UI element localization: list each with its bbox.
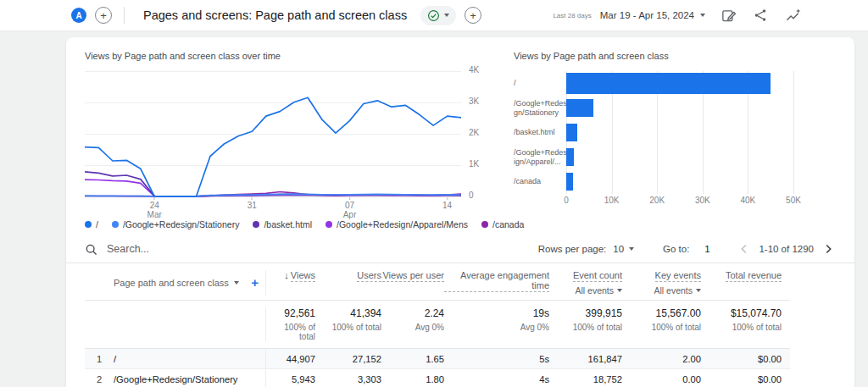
chevron-down-icon <box>444 14 449 17</box>
line-series <box>85 97 461 196</box>
line-chart-title: Views by Page path and screen class over… <box>85 51 490 61</box>
bar-row <box>566 145 793 169</box>
legend-dot-icon <box>481 221 488 228</box>
divider <box>124 7 125 24</box>
chevron-down-icon <box>629 247 634 251</box>
bar-category-label: /canada <box>514 169 566 194</box>
x-axis-tick: 30K <box>695 196 710 205</box>
views-cell: 5,943 <box>266 374 315 384</box>
report-status-badge[interactable] <box>420 6 456 25</box>
views-cell: 44,907 <box>266 354 315 364</box>
search-input[interactable] <box>107 243 378 255</box>
event-count-cell: 18,752 <box>549 374 622 384</box>
next-page-button[interactable] <box>821 241 836 257</box>
bar-category-label: /Google+Redesign/Stationery <box>514 96 566 120</box>
column-header-total-revenue[interactable]: Total revenue <box>701 270 782 282</box>
legend-dot-icon <box>253 221 259 228</box>
date-range-value: Mar 19 - Apr 15, 2024 <box>600 10 694 20</box>
line-chart-svg <box>85 71 461 200</box>
bar <box>566 148 574 166</box>
data-table: Page path and screen class + ↓Views User… <box>85 263 790 387</box>
column-header-event-count[interactable]: Event count All events <box>549 270 622 296</box>
column-header-views[interactable]: ↓Views <box>266 270 315 282</box>
bar <box>566 99 593 117</box>
pagination-range: 1-10 of 1290 <box>759 244 814 254</box>
goto-page-input[interactable] <box>696 244 718 254</box>
insights-icon <box>785 8 801 24</box>
legend-label: /basket.html <box>264 219 312 229</box>
key-events-cell: 0.00 <box>622 374 701 384</box>
legend-dot-icon <box>326 221 332 228</box>
legend-label: /Google+Redesign/Apparel/Mens <box>337 219 468 229</box>
goto-label: Go to: <box>663 244 689 254</box>
edit-report-icon <box>721 8 737 24</box>
views-per-user-cell: 1.65 <box>381 354 444 364</box>
users-cell: 3,303 <box>315 374 381 384</box>
column-header-users[interactable]: Users <box>315 270 381 282</box>
date-preset-label: Last 28 days <box>553 12 591 19</box>
column-header-key-events[interactable]: Key events All events <box>622 270 701 296</box>
report-card: Views by Page path and screen class over… <box>66 37 854 387</box>
avg-engagement-time-cell: 5s <box>444 354 549 364</box>
add-comparison-button[interactable]: + <box>95 7 112 24</box>
table-totals-row: 92,561100% of total 41,394100% of total … <box>85 301 790 349</box>
line-chart-x-axis: 24Mar3107Apr14 <box>85 197 461 218</box>
rows-per-page-select[interactable]: 10 <box>613 244 634 254</box>
rows-per-page-value: 10 <box>613 244 624 254</box>
table-row: 1/44,90727,1521.655s161,8472.00$0.00 <box>85 349 790 369</box>
bar-chart-title: Views by Page path and screen class <box>514 51 793 61</box>
search-icon <box>85 243 97 256</box>
x-axis-tick: 24Mar <box>147 197 162 219</box>
page-path-cell: / <box>114 349 266 368</box>
x-axis-tick: 07Apr <box>343 197 357 219</box>
insights-button[interactable] <box>783 6 802 25</box>
x-axis-tick: 10K <box>604 196 620 205</box>
previous-page-button[interactable] <box>737 241 752 257</box>
bar-category-label: / <box>514 71 566 96</box>
dimension-header-label: Page path and screen class <box>114 278 229 288</box>
legend-dot-icon <box>85 221 92 228</box>
x-axis-tick: 50K <box>786 196 801 205</box>
table-body: 1/44,90727,1521.655s161,8472.00$0.002/Go… <box>85 349 790 387</box>
table-row: 2/Google+Redesign/Stationery5,9433,3031.… <box>85 369 790 387</box>
totals-views-per-user: 2.24 <box>381 307 444 319</box>
row-index: 1 <box>85 354 114 364</box>
avatar[interactable]: A <box>71 8 86 23</box>
bar <box>566 173 573 191</box>
bar-chart-value-axis: 010K20K30K40K50K <box>566 196 793 207</box>
chevron-down-icon <box>696 289 701 292</box>
key-events-filter[interactable]: All events <box>622 285 701 296</box>
legend-item: /Google+Redesign/Apparel/Mens <box>326 219 468 229</box>
chevron-down-icon <box>700 14 705 17</box>
bar-row <box>566 71 793 96</box>
total-revenue-cell: $0.00 <box>701 374 782 384</box>
event-count-filter[interactable]: All events <box>549 285 622 296</box>
legend-label: / <box>96 219 98 229</box>
date-range-selector[interactable]: Mar 19 - Apr 15, 2024 <box>600 10 705 20</box>
column-header-avg-engagement-time[interactable]: Average engagement time <box>444 270 549 292</box>
dimension-selector[interactable]: Page path and screen class <box>114 278 239 288</box>
totals-users: 41,394 <box>315 307 381 319</box>
search-box <box>85 243 538 256</box>
bar <box>566 73 771 94</box>
x-axis-tick: 40K <box>740 196 755 205</box>
legend-item: / <box>85 219 98 229</box>
add-report-tab-button[interactable]: + <box>465 7 481 24</box>
column-header-views-per-user[interactable]: Views per user <box>381 270 444 282</box>
share-button[interactable] <box>751 6 770 25</box>
add-dimension-button[interactable]: + <box>251 278 259 288</box>
legend-dot-icon <box>112 221 119 228</box>
row-index: 2 <box>85 374 114 384</box>
customize-report-button[interactable] <box>719 6 737 25</box>
gridline <box>793 71 794 194</box>
line-chart-plot <box>85 71 461 196</box>
x-axis-tick: 14 <box>442 197 452 210</box>
y-axis-tick: 3K <box>469 97 479 106</box>
rows-per-page-label: Rows per page: <box>538 244 607 254</box>
check-circle-icon <box>427 9 440 22</box>
totals-key-events: 15,567.00 <box>622 307 701 319</box>
legend-item: /Google+Redesign/Stationery <box>112 219 239 229</box>
bar <box>566 124 577 141</box>
y-axis-tick: 2K <box>469 128 479 137</box>
chart-legend: //Google+Redesign/Stationery/basket.html… <box>85 219 490 229</box>
